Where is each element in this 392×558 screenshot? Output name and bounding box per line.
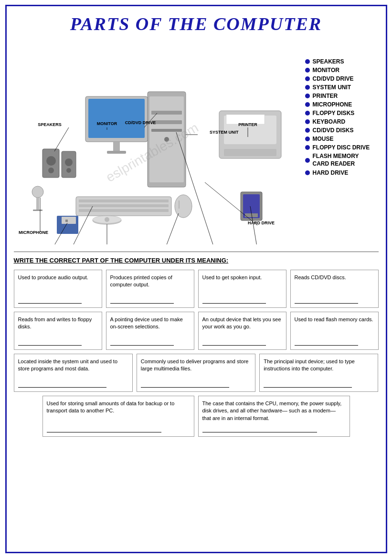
svg-rect-8 bbox=[113, 142, 120, 151]
list-item-microphone: MICROPHONE bbox=[305, 101, 379, 108]
meaning-text-6: A pointing device used to make on-screen… bbox=[110, 316, 190, 335]
meaning-card-10: Commonly used to deliver programs and st… bbox=[137, 354, 255, 392]
bullet-icon bbox=[305, 128, 310, 133]
svg-line-38 bbox=[54, 127, 69, 151]
meanings-row-4: Used for storing small amounts of data f… bbox=[14, 396, 379, 437]
meaning-card-13: The case that contains the CPU, memory, … bbox=[198, 396, 350, 437]
bullet-icon bbox=[305, 137, 310, 141]
meaning-text-8: Used to read flash memory cards. bbox=[295, 316, 374, 335]
answer-line-2 bbox=[110, 297, 174, 304]
answer-line-4 bbox=[295, 297, 359, 304]
answer-line-5 bbox=[18, 339, 82, 346]
meaning-text-5: Reads from and writes to floppy disks. bbox=[18, 316, 98, 335]
bullet-icon bbox=[305, 145, 310, 150]
meaning-card-9: Located inside the system unit and used … bbox=[14, 354, 133, 392]
diagram-section: eslprintables.com SPEAKERS MONITOR CD/DV… bbox=[14, 44, 379, 244]
svg-rect-33 bbox=[62, 217, 76, 224]
meaning-card-4: Reads CD/DVD discs. bbox=[290, 270, 379, 308]
list-item-cddvd-disks: CD/DVD DISKS bbox=[305, 127, 379, 134]
svg-rect-27 bbox=[36, 198, 39, 210]
meaning-text-9: Located inside the system unit and used … bbox=[18, 358, 128, 377]
meaning-text-3: Used to get spoken input. bbox=[202, 274, 282, 293]
meaning-card-7: An output device that lets you see your … bbox=[198, 312, 286, 350]
answer-line-8 bbox=[295, 339, 359, 346]
list-item-mouse: MOUSE bbox=[305, 136, 379, 142]
meaning-card-12: Used for storing small amounts of data f… bbox=[42, 396, 194, 437]
meaning-card-2: Produces printed copies of computer outp… bbox=[106, 270, 194, 308]
diagram-area: eslprintables.com SPEAKERS MONITOR CD/DV… bbox=[14, 44, 300, 244]
meanings-row-3: Located inside the system unit and used … bbox=[14, 354, 379, 392]
meaning-text-12: Used for storing small amounts of data f… bbox=[47, 400, 190, 422]
bullet-icon bbox=[305, 94, 310, 98]
list-item-keyboard: KEYBOARD bbox=[305, 118, 379, 125]
meaning-text-2: Produces printed copies of computer outp… bbox=[110, 274, 190, 293]
bullet-icon bbox=[305, 170, 310, 175]
svg-rect-11 bbox=[79, 200, 169, 202]
svg-rect-25 bbox=[224, 149, 276, 156]
meaning-text-13: The case that contains the CPU, memory, … bbox=[202, 400, 346, 422]
meaning-card-6: A pointing device used to make on-screen… bbox=[106, 312, 194, 350]
svg-point-20 bbox=[65, 158, 73, 166]
svg-rect-7 bbox=[88, 99, 145, 138]
svg-point-31 bbox=[105, 217, 109, 222]
list-item-system-unit: SYSTEM UNIT bbox=[305, 84, 379, 91]
meaning-text-1: Used to produce audio output. bbox=[18, 274, 98, 293]
meaning-card-8: Used to read flash memory cards. bbox=[290, 312, 379, 350]
bullet-icon bbox=[305, 102, 310, 107]
list-item-speakers: SPEAKERS bbox=[305, 58, 379, 65]
bullet-icon bbox=[305, 68, 310, 73]
meaning-text-7: An output device that lets you see your … bbox=[202, 316, 282, 335]
bullet-icon bbox=[305, 85, 310, 90]
list-item-printer: PRINTER bbox=[305, 93, 379, 99]
list-item-floppy-disc-drive: FLOPPY DISC DRIVE bbox=[305, 144, 379, 151]
svg-rect-2 bbox=[151, 111, 182, 115]
bullet-icon bbox=[305, 59, 310, 64]
svg-rect-9 bbox=[107, 151, 126, 154]
meanings-row-2: Reads from and writes to floppy disks. A… bbox=[14, 312, 379, 350]
meaning-card-11: The principal input device; used to type… bbox=[259, 354, 378, 392]
meaning-text-10: Commonly used to deliver programs and st… bbox=[141, 358, 251, 377]
meaning-card-1: Used to produce audio output. bbox=[14, 270, 102, 308]
svg-point-14 bbox=[175, 195, 192, 218]
svg-line-48 bbox=[159, 213, 179, 244]
answer-line-13 bbox=[202, 426, 317, 432]
bullet-icon bbox=[305, 111, 310, 116]
write-instruction: WRITE THE CORRECT PART OF THE COMPUTER U… bbox=[14, 257, 379, 264]
meaning-card-5: Reads from and writes to floppy disks. bbox=[14, 312, 102, 350]
bullet-icon bbox=[305, 76, 310, 81]
meanings-row-1: Used to produce audio output. Produces p… bbox=[14, 270, 379, 308]
svg-point-21 bbox=[66, 168, 71, 173]
svg-text:HARD DRIVE: HARD DRIVE bbox=[248, 221, 275, 225]
answer-line-6 bbox=[110, 339, 174, 346]
answer-line-11 bbox=[264, 381, 352, 388]
list-item-flash-memory: FLASH MEMORYCARD READER bbox=[305, 153, 379, 168]
svg-text:SYSTEM UNIT: SYSTEM UNIT bbox=[210, 130, 239, 135]
answer-line-9 bbox=[18, 381, 106, 388]
svg-text:PRINTER: PRINTER bbox=[238, 122, 257, 127]
answer-line-7 bbox=[202, 339, 266, 346]
parts-list: SPEAKERS MONITOR CD/DVD DRIVE SYSTEM UNI… bbox=[300, 44, 379, 244]
page-title: PARTS OF THE COMPUTER bbox=[14, 13, 379, 34]
meaning-text-11: The principal input device; used to type… bbox=[264, 358, 374, 377]
section-divider bbox=[14, 252, 379, 252]
svg-rect-3 bbox=[151, 120, 182, 124]
svg-text:CD/DVD DRIVE: CD/DVD DRIVE bbox=[125, 120, 156, 125]
svg-point-18 bbox=[48, 168, 54, 173]
list-item-floppy-disks: FLOPPY DISKS bbox=[305, 110, 379, 116]
list-item-hard-drive: HARD DRIVE bbox=[305, 169, 379, 176]
answer-line-12 bbox=[47, 426, 161, 432]
answer-line-3 bbox=[202, 297, 266, 304]
meaning-text-4: Reads CD/DVD discs. bbox=[295, 274, 374, 293]
svg-rect-34 bbox=[65, 220, 68, 222]
answer-line-1 bbox=[18, 297, 82, 304]
svg-text:SPEAKERS: SPEAKERS bbox=[38, 122, 62, 127]
list-item-monitor: MONITOR bbox=[305, 67, 379, 74]
meaning-card-3: Used to get spoken input. bbox=[198, 270, 286, 308]
bullet-icon bbox=[305, 158, 310, 163]
svg-point-26 bbox=[32, 186, 43, 198]
svg-rect-28 bbox=[33, 210, 42, 211]
svg-rect-13 bbox=[79, 209, 169, 212]
answer-line-10 bbox=[141, 381, 229, 388]
page: PARTS OF THE COMPUTER bbox=[5, 5, 387, 553]
svg-point-17 bbox=[46, 156, 56, 166]
